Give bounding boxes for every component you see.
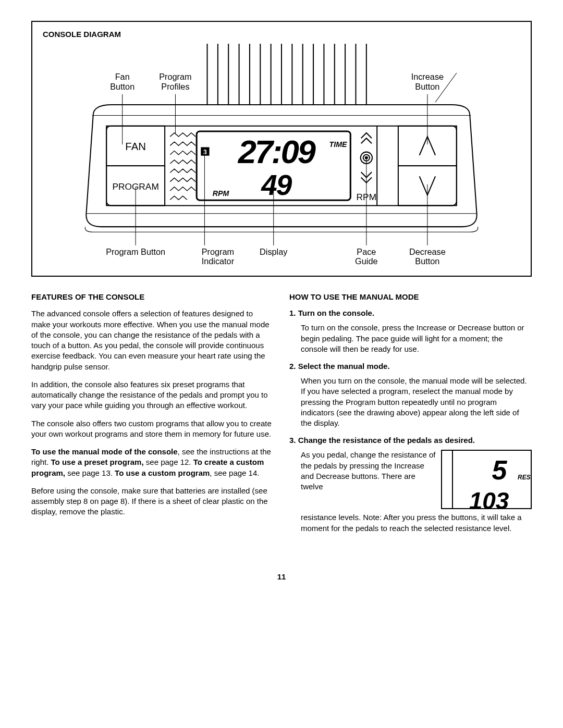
features-p4: To use the manual mode of the console, s… <box>31 447 274 478</box>
resist-value: 5 <box>492 455 508 485</box>
step3-block: 5 RESIST. 103 As you pedal, change the r… <box>289 450 532 534</box>
body-columns: FEATURES OF THE CONSOLE The advanced con… <box>31 292 532 541</box>
time-small-label: TIME <box>329 140 348 149</box>
svg-text:Display: Display <box>260 247 288 256</box>
display-time: 27:09 <box>238 133 316 170</box>
step1-title: 1. Turn on the console. <box>289 309 532 317</box>
step2-block: When you turn on the console, the manual… <box>289 376 532 428</box>
svg-text:Button: Button <box>415 256 439 266</box>
svg-text:Button: Button <box>415 82 439 91</box>
step3-title: 3. Change the resistance of the pedals a… <box>289 436 532 445</box>
step1-text: To turn on the console, press the Increa… <box>301 323 532 354</box>
svg-text:Indicator: Indicator <box>202 256 235 266</box>
page-number: 11 <box>31 572 532 581</box>
manual-heading: HOW TO USE THE MANUAL MODE <box>289 292 532 301</box>
resist-label: RESIST. <box>518 474 531 481</box>
svg-text:Program Button: Program Button <box>106 247 165 256</box>
svg-text:Profiles: Profiles <box>161 82 189 91</box>
step3-text-b: resistance levels. Note: After you press… <box>301 512 532 534</box>
rpm-small-label: RPM <box>213 189 230 198</box>
step1-block: To turn on the console, press the Increa… <box>289 323 532 354</box>
svg-text:Increase: Increase <box>411 72 444 81</box>
features-heading: FEATURES OF THE CONSOLE <box>31 292 274 301</box>
diagram-title: CONSOLE DIAGRAM <box>43 30 520 39</box>
fan-button-label: FAN <box>125 141 146 152</box>
step2-text: When you turn on the console, the manual… <box>301 376 532 428</box>
svg-text:Guide: Guide <box>355 256 377 266</box>
step2-title: 2. Select the manual mode. <box>289 362 532 371</box>
left-column: FEATURES OF THE CONSOLE The advanced con… <box>31 292 274 541</box>
svg-text:Fan: Fan <box>115 72 130 81</box>
console-diagram-box: CONSOLE DIAGRAM <box>31 21 532 277</box>
features-p5: Before using the console, make sure that… <box>31 486 274 517</box>
resist-secondary: 103 <box>469 487 509 508</box>
svg-text:Decrease: Decrease <box>409 247 446 256</box>
features-p1: The advanced console offers a selection … <box>31 309 274 372</box>
features-p3: The console also offers two custom progr… <box>31 418 274 440</box>
level-indicator: 3 <box>203 149 207 156</box>
resist-figure: 5 RESIST. 103 <box>441 450 532 509</box>
display-rpm: 49 <box>261 169 292 201</box>
right-column: HOW TO USE THE MANUAL MODE 1. Turn on th… <box>289 292 532 541</box>
features-p2: In addition, the console also features s… <box>31 379 274 411</box>
svg-text:Button: Button <box>110 82 134 91</box>
console-diagram: FAN PROGRAM 3 27:09 49 TIME RPM <box>43 44 520 268</box>
svg-text:Program: Program <box>202 247 234 256</box>
svg-text:Program: Program <box>159 72 191 81</box>
svg-text:Pace: Pace <box>357 247 376 256</box>
